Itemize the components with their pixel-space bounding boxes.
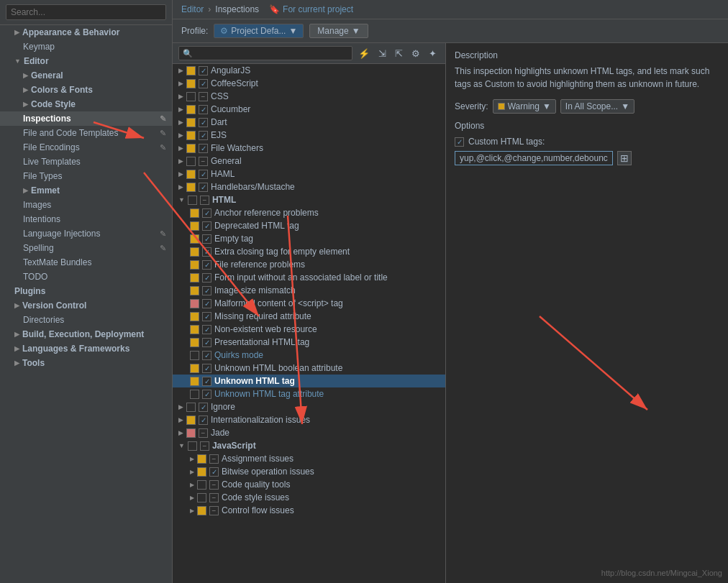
group-haml[interactable]: HAML: [173, 167, 445, 180]
sidebar-item-emmet[interactable]: Emmet: [0, 183, 172, 198]
group-filewatchers[interactable]: File Watchers: [173, 142, 445, 155]
item-checkbox[interactable]: [202, 286, 211, 295]
item-checkbox[interactable]: [202, 299, 211, 308]
item-checkbox[interactable]: [202, 247, 211, 257]
group-general[interactable]: General: [173, 155, 445, 167]
item-checkbox[interactable]: [202, 208, 211, 218]
manage-button[interactable]: Manage ▼: [309, 24, 368, 38]
item-unknown-html-attr[interactable]: Unknown HTML tag attribute: [173, 387, 445, 400]
gear-button[interactable]: ✦: [426, 47, 440, 60]
collapse-all-button[interactable]: ⇱: [392, 47, 406, 60]
sidebar-item-file-code-templates[interactable]: File and Code Templates ✎: [0, 126, 172, 140]
group-cucumber[interactable]: Cucumber: [173, 103, 445, 116]
group-checkbox[interactable]: [199, 403, 208, 412]
sidebar-item-colors-fonts[interactable]: Colors & Fonts: [0, 83, 172, 97]
sidebar-item-language-injections[interactable]: Language Injections ✎: [0, 226, 172, 241]
item-non-existent-web[interactable]: Non-existent web resource: [173, 323, 445, 336]
item-checkbox[interactable]: [202, 364, 211, 373]
group-checkbox[interactable]: [199, 105, 208, 114]
custom-tags-input[interactable]: [455, 151, 613, 165]
sidebar-item-version-control[interactable]: Version Control: [0, 298, 172, 313]
item-checkbox[interactable]: [202, 390, 211, 399]
sidebar-item-todo[interactable]: TODO: [0, 270, 172, 284]
group-checkbox[interactable]: [199, 416, 208, 425]
item-malformed-script[interactable]: Malformed content of <script> tag: [173, 297, 445, 310]
item-code-quality[interactable]: Code quality tools: [173, 478, 445, 491]
sidebar-item-live-templates[interactable]: Live Templates: [0, 155, 172, 169]
group-checkbox[interactable]: [199, 157, 208, 166]
item-checkbox[interactable]: [202, 325, 211, 334]
group-html[interactable]: HTML: [173, 193, 445, 206]
item-checkbox[interactable]: [202, 273, 211, 283]
sidebar-item-appearance[interactable]: Appearance & Behavior: [0, 25, 172, 40]
group-dart[interactable]: Dart: [173, 116, 445, 129]
group-css[interactable]: CSS: [173, 90, 445, 103]
item-anchor-ref[interactable]: Anchor reference problems: [173, 206, 445, 219]
item-checkbox[interactable]: [202, 351, 211, 360]
group-angularjs[interactable]: AngularJS: [173, 64, 445, 77]
settings-button[interactable]: ⚙: [409, 47, 423, 60]
group-checkbox[interactable]: [199, 79, 208, 88]
sidebar-item-keymap[interactable]: Keymap: [0, 40, 172, 54]
item-checkbox[interactable]: [202, 338, 211, 347]
group-ejs[interactable]: EJS: [173, 129, 445, 142]
sidebar-item-textmate-bundles[interactable]: TextMate Bundles: [0, 255, 172, 270]
group-handlebars[interactable]: Handlebars/Mustache: [173, 180, 445, 193]
group-javascript[interactable]: JavaScript: [173, 439, 445, 452]
item-file-ref[interactable]: File reference problems: [173, 258, 445, 271]
item-unknown-bool-attr[interactable]: Unknown HTML boolean attribute: [173, 362, 445, 375]
profile-dropdown[interactable]: ⚙ Project Defa... ▼: [214, 24, 304, 38]
group-checkbox[interactable]: [199, 131, 208, 140]
group-checkbox[interactable]: [199, 92, 208, 101]
item-empty-tag[interactable]: Empty tag: [173, 232, 445, 245]
item-checkbox[interactable]: [209, 454, 219, 464]
sidebar-item-inspections[interactable]: Inspections ✎: [0, 111, 172, 126]
group-checkbox[interactable]: [199, 183, 208, 192]
item-checkbox[interactable]: [202, 221, 211, 231]
group-checkbox[interactable]: [199, 428, 208, 438]
filter-button[interactable]: ⚡: [355, 47, 373, 60]
item-code-style-issues[interactable]: Code style issues: [173, 491, 445, 504]
sidebar-item-file-encodings[interactable]: File Encodings ✎: [0, 140, 172, 155]
sidebar-item-code-style[interactable]: Code Style: [0, 97, 172, 111]
group-coffeescript[interactable]: CoffeeScript: [173, 77, 445, 90]
group-checkbox[interactable]: [199, 144, 208, 153]
severity-dropdown[interactable]: Warning ▼: [493, 99, 556, 114]
sidebar-item-directories[interactable]: Directories: [0, 313, 172, 327]
item-checkbox[interactable]: [209, 467, 219, 477]
group-checkbox[interactable]: [199, 66, 208, 75]
scope-dropdown[interactable]: In All Scope... ▼: [560, 99, 634, 114]
item-control-flow[interactable]: Control flow issues: [173, 504, 445, 517]
item-missing-required[interactable]: Missing required attribute: [173, 310, 445, 323]
sidebar-item-editor[interactable]: Editor: [0, 54, 172, 68]
group-checkbox[interactable]: [200, 441, 209, 451]
item-bitwise-ops[interactable]: Bitwise operation issues: [173, 465, 445, 478]
sidebar-item-file-types[interactable]: File Types: [0, 169, 172, 183]
item-presentational[interactable]: Presentational HTML tag: [173, 336, 445, 349]
item-checkbox[interactable]: [209, 480, 219, 490]
sidebar-item-languages-frameworks[interactable]: Languages & Frameworks: [0, 341, 172, 356]
item-assignment-issues[interactable]: Assignment issues: [173, 452, 445, 465]
item-checkbox[interactable]: [202, 234, 211, 244]
sidebar-item-general[interactable]: General: [0, 68, 172, 83]
inspections-search-input[interactable]: [178, 46, 352, 60]
item-checkbox[interactable]: [209, 506, 219, 515]
sidebar-item-plugins[interactable]: Plugins: [0, 284, 172, 298]
expand-input-button[interactable]: ⊞: [617, 151, 632, 165]
group-ignore[interactable]: Ignore: [173, 400, 445, 413]
group-intl-issues[interactable]: Internationalization issues: [173, 413, 445, 426]
item-checkbox[interactable]: [202, 260, 211, 270]
group-checkbox[interactable]: [199, 118, 208, 127]
group-jade[interactable]: Jade: [173, 426, 445, 439]
custom-tags-checkbox[interactable]: [455, 137, 464, 147]
sidebar-item-images[interactable]: Images: [0, 198, 172, 212]
group-checkbox[interactable]: [199, 170, 208, 179]
item-checkbox[interactable]: [209, 493, 219, 502]
item-quirks-mode[interactable]: Quirks mode: [173, 349, 445, 362]
item-img-size[interactable]: Image size mismatch: [173, 284, 445, 297]
sidebar-item-intentions[interactable]: Intentions: [0, 212, 172, 226]
sidebar-search-input[interactable]: [6, 4, 166, 20]
group-checkbox[interactable]: [200, 196, 209, 205]
item-unknown-html-tag[interactable]: Unknown HTML tag: [173, 375, 445, 387]
item-form-input[interactable]: Form input without an associated label o…: [173, 271, 445, 284]
